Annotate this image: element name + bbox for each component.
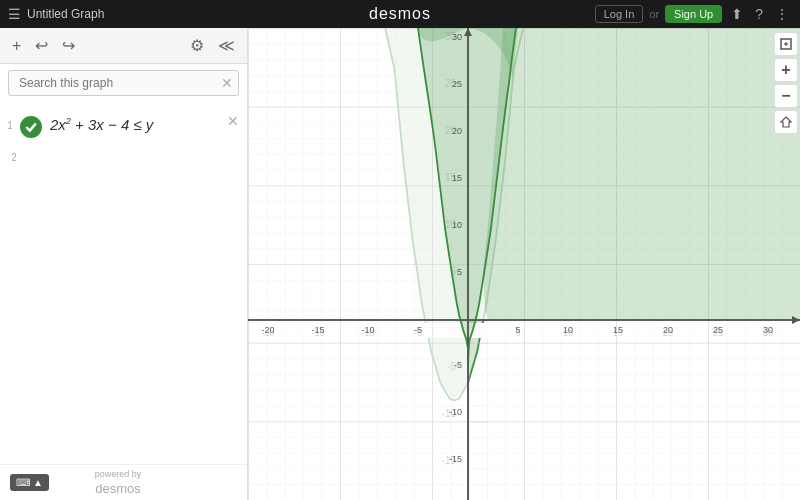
zoom-in-icon: + [781, 62, 790, 78]
zoom-fit-icon [779, 37, 793, 51]
svg-text:10: 10 [563, 325, 573, 335]
expression-color-icon[interactable] [20, 116, 42, 138]
svg-text:30: 30 [763, 325, 773, 335]
left-panel: + ↩ ↪ ⚙ ≪ ✕ 1 2x2 + 3x − 4 ≤ y ✕ [0, 28, 248, 500]
more-icon[interactable]: ⋮ [772, 6, 792, 22]
svg-text:-5: -5 [454, 360, 462, 370]
menu-icon[interactable]: ☰ [8, 6, 21, 22]
expression-row: 1 2x2 + 3x − 4 ≤ y ✕ [0, 106, 247, 146]
checkmark-icon [25, 121, 37, 133]
svg-text:5: 5 [515, 325, 520, 335]
right-tools: + − [772, 28, 800, 138]
help-icon[interactable]: ? [752, 6, 766, 22]
svg-text:-15: -15 [449, 454, 462, 464]
svg-text:30: 30 [452, 32, 462, 42]
svg-text:15: 15 [452, 173, 462, 183]
keyboard-button[interactable]: ⌨ ▲ [10, 474, 49, 491]
login-button[interactable]: Log In [595, 5, 644, 23]
panel-toolbar: + ↩ ↪ ⚙ ≪ [0, 28, 247, 64]
search-clear-icon[interactable]: ✕ [221, 75, 233, 91]
zoom-out-icon: − [781, 88, 790, 104]
header-left: ☰ Untitled Graph [8, 6, 104, 22]
zoom-fit-button[interactable] [774, 32, 798, 56]
powered-text: powered by [95, 469, 142, 479]
share-icon[interactable]: ⬆ [728, 6, 746, 22]
expression-content: 2x2 + 3x − 4 ≤ y [50, 112, 239, 133]
svg-text:25: 25 [713, 325, 723, 335]
zoom-in-button[interactable]: + [774, 58, 798, 82]
svg-text:15: 15 [613, 325, 623, 335]
graph-title: Untitled Graph [27, 7, 104, 21]
collapse-button[interactable]: ≪ [214, 34, 239, 57]
svg-marker-38 [781, 117, 791, 127]
home-icon [779, 115, 793, 129]
svg-text:5: 5 [457, 267, 462, 277]
expression-formula[interactable]: 2x2 + 3x − 4 ≤ y [50, 112, 239, 133]
settings-button[interactable]: ⚙ [186, 34, 208, 57]
graph-area[interactable]: -10 -5 0 5 10 15 30 25 20 15 10 5 [248, 28, 800, 500]
keyboard-icon: ⌨ [16, 477, 30, 488]
svg-text:10: 10 [452, 220, 462, 230]
signup-button[interactable]: Sign Up [665, 5, 722, 23]
powered-by: powered by desmos [95, 469, 142, 497]
search-input[interactable] [8, 70, 239, 96]
search-container: ✕ [8, 70, 239, 96]
svg-text:-10: -10 [449, 407, 462, 417]
or-label: or [649, 8, 659, 20]
header-center: desmos [369, 5, 431, 23]
desmos-footer-logo: desmos [95, 481, 141, 496]
header-right: Log In or Sign Up ⬆ ? ⋮ [595, 5, 792, 23]
svg-text:25: 25 [452, 79, 462, 89]
svg-text:-20: -20 [261, 325, 274, 335]
svg-text:20: 20 [663, 325, 673, 335]
svg-text:20: 20 [452, 126, 462, 136]
expression-number: 1 [4, 112, 16, 131]
redo-button[interactable]: ↪ [58, 34, 79, 57]
keyboard-arrow: ▲ [33, 477, 43, 488]
zoom-out-button[interactable]: − [774, 84, 798, 108]
undo-button[interactable]: ↩ [31, 34, 52, 57]
expression-row-2: 2 [0, 146, 247, 167]
expression-close-icon[interactable]: ✕ [227, 114, 239, 128]
svg-text:-10: -10 [361, 325, 374, 335]
graph-svg: -10 -5 0 5 10 15 30 25 20 15 10 5 [248, 28, 800, 500]
panel-footer: ⌨ ▲ powered by desmos [0, 464, 247, 500]
expression-number-2: 2 [8, 150, 20, 163]
svg-text:-5: -5 [414, 325, 422, 335]
home-button[interactable] [774, 110, 798, 134]
header-bar: ☰ Untitled Graph desmos Log In or Sign U… [0, 0, 800, 28]
svg-text:-15: -15 [311, 325, 324, 335]
desmos-logo: desmos [369, 5, 431, 22]
add-expression-button[interactable]: + [8, 35, 25, 57]
expression-list: 1 2x2 + 3x − 4 ≤ y ✕ 2 [0, 102, 247, 171]
